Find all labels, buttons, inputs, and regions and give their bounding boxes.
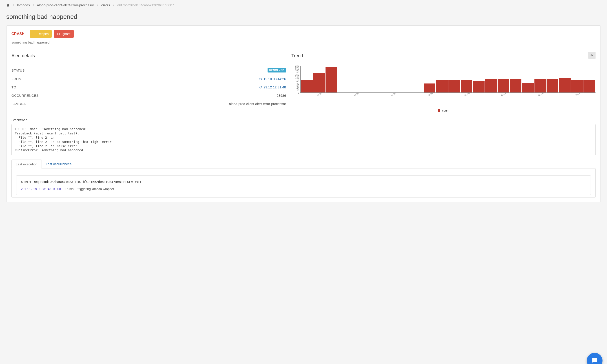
chart-bar[interactable]: [301, 80, 313, 92]
ban-icon: [57, 33, 60, 36]
lambda-label: LAMBDA: [12, 102, 26, 106]
occurrences-value: 28986: [276, 94, 286, 97]
breadcrumb-current: a6f76ca965da04cabb21ff09644b3007: [117, 3, 174, 7]
chart-toggle-button[interactable]: [588, 52, 595, 59]
legend-label: count: [442, 109, 449, 112]
status-badge: RESOLVED: [268, 68, 286, 73]
chart-bar[interactable]: [326, 67, 337, 92]
chart-legend: count: [291, 109, 595, 112]
chart-bar[interactable]: [547, 79, 558, 92]
chart-bar[interactable]: [583, 80, 595, 93]
page-title: something bad happened: [6, 13, 601, 20]
tab-last-execution[interactable]: Last execution: [12, 160, 42, 169]
execution-start-line: START RequestId: 088ba593-ec83-11e7-bf40…: [21, 180, 586, 183]
alert-details-heading: Alert details: [12, 53, 286, 61]
chart-bar[interactable]: [534, 79, 546, 92]
svg-line-1: [58, 33, 59, 35]
chart-bar[interactable]: [448, 80, 460, 92]
execution-message: triggering lambda wrapper: [78, 187, 114, 191]
chart-bar[interactable]: [510, 79, 521, 92]
clock-icon: [259, 78, 262, 80]
breadcrumb-processor[interactable]: alpha-prod-client-alert-error-processor: [37, 3, 94, 7]
to-label: TO: [12, 85, 16, 89]
breadcrumb-separator: /: [113, 3, 114, 7]
chart-bar[interactable]: [559, 78, 571, 92]
bar-chart-icon: [590, 53, 594, 57]
chart-bar[interactable]: [522, 83, 534, 93]
trend-chart: 020406080100120140160180200220240 13:001…: [291, 66, 595, 102]
breadcrumb-separator: /: [97, 3, 98, 7]
legend-swatch: [438, 109, 440, 112]
breadcrumb-lambdas[interactable]: lambdas: [17, 3, 30, 7]
occurrences-label: OCCURRENCES: [12, 94, 39, 97]
clock-icon: [259, 86, 262, 89]
execution-timestamp[interactable]: 2017-12-29T10:31:48+00:00: [21, 187, 61, 191]
tab-body: START RequestId: 088ba593-ec83-11e7-bf40…: [12, 169, 595, 197]
reopen-button-label: Reopen: [38, 32, 49, 36]
status-label: STATUS: [12, 68, 25, 72]
tabs: Last execution Last occurrences: [12, 159, 595, 169]
from-value[interactable]: 12.10 03:44:26: [259, 77, 286, 81]
chart-bar[interactable]: [571, 80, 583, 93]
check-icon: [33, 33, 36, 36]
chart-bar[interactable]: [461, 80, 472, 92]
crash-label: CRASH: [12, 32, 25, 36]
home-icon[interactable]: [6, 3, 10, 7]
from-label: FROM: [12, 77, 22, 81]
execution-log: START RequestId: 088ba593-ec83-11e7-bf40…: [16, 175, 591, 195]
ignore-button-label: Ignore: [62, 32, 70, 36]
chart-bar[interactable]: [497, 79, 509, 92]
breadcrumb-separator: /: [33, 3, 34, 7]
stacktrace-heading: Stacktrace: [12, 118, 595, 122]
lambda-value: alpha-prod-client-alert-error-processor: [229, 102, 286, 106]
execution-offset: +5 ms: [65, 187, 74, 191]
main-card: CRASH Reopen Ignore something bad happen…: [6, 25, 601, 202]
reopen-button[interactable]: Reopen: [30, 30, 52, 38]
chart-bar[interactable]: [424, 83, 436, 92]
chart-bar[interactable]: [473, 81, 484, 93]
breadcrumb: / lambdas / alpha-prod-client-alert-erro…: [6, 3, 601, 7]
to-value[interactable]: 29.12 12:31:48: [259, 85, 286, 89]
trend-heading: Trend: [291, 53, 595, 61]
chart-bar[interactable]: [436, 80, 448, 92]
stacktrace-content: ERROR:__main__:something bad happened! T…: [12, 124, 595, 155]
breadcrumb-separator: /: [13, 3, 14, 7]
breadcrumb-errors[interactable]: errors: [101, 3, 110, 7]
tab-last-occurrences[interactable]: Last occurrences: [42, 160, 75, 169]
chart-bar[interactable]: [485, 79, 497, 92]
ignore-button[interactable]: Ignore: [54, 30, 74, 38]
chart-bar[interactable]: [313, 73, 325, 92]
error-subtitle: something bad happened: [12, 40, 595, 44]
